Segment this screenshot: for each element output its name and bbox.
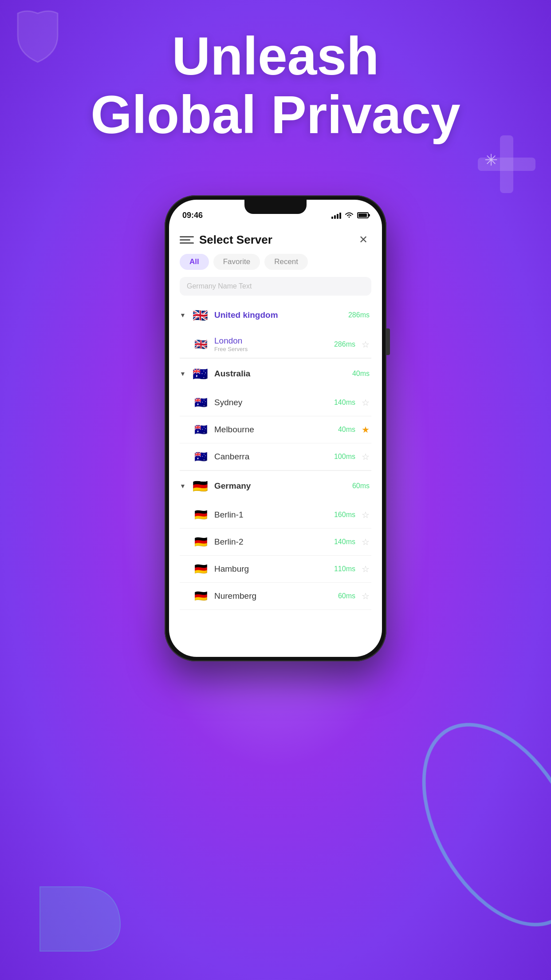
favorite-star-canberra[interactable]: ☆ <box>360 451 371 462</box>
server-latency-nuremberg: 60ms <box>338 592 355 600</box>
server-row-berlin1[interactable]: 🇩🇪 Berlin-1 160ms ☆ <box>180 502 371 529</box>
phone-side-button <box>386 328 390 355</box>
signal-bars-icon <box>331 212 341 219</box>
country-row-de[interactable]: ▼ 🇩🇪 Germany 60ms <box>180 471 371 502</box>
server-name-london: London Free Servers <box>214 336 334 352</box>
server-city-melbourne: Melbourne <box>214 425 338 435</box>
flag-berlin2: 🇩🇪 <box>193 534 209 550</box>
expand-arrow-de: ▼ <box>180 482 189 490</box>
filter-tabs: All Favorite Recent <box>180 254 371 270</box>
app-title: Select Server <box>199 233 272 247</box>
headline-line1: Unleash <box>0 27 551 85</box>
phone-mockup: 09:46 <box>165 195 386 661</box>
header-left: Select Server <box>180 233 272 247</box>
tab-favorite[interactable]: Favorite <box>213 254 260 270</box>
server-row-melbourne[interactable]: 🇦🇺 Melbourne 40ms ★ <box>180 416 371 443</box>
flag-melbourne: 🇦🇺 <box>193 422 209 438</box>
deco-bottom-shape <box>35 882 124 953</box>
server-row-london[interactable]: 🇬🇧 London Free Servers 286ms ☆ <box>180 331 371 358</box>
latency-uk: 286ms <box>348 311 370 319</box>
flag-nuremberg: 🇩🇪 <box>193 588 209 604</box>
phone-screen: 09:46 <box>169 200 382 657</box>
server-name-nuremberg: Nuremberg <box>214 591 338 601</box>
server-name-berlin2: Berlin-2 <box>214 537 334 547</box>
server-row-nuremberg[interactable]: 🇩🇪 Nuremberg 60ms ☆ <box>180 583 371 610</box>
search-placeholder: Germany Name Text <box>187 282 252 290</box>
flag-uk: 🇬🇧 <box>191 306 209 324</box>
status-icons <box>331 212 369 219</box>
country-name-uk: United kingdom <box>214 310 348 320</box>
server-name-berlin1: Berlin-1 <box>214 510 334 520</box>
country-name-de: Germany <box>214 481 352 491</box>
favorite-star-melbourne[interactable]: ★ <box>360 424 371 435</box>
server-sub-london: Free Servers <box>214 346 334 352</box>
favorite-star-nuremberg[interactable]: ☆ <box>360 590 371 602</box>
wifi-icon <box>345 212 354 219</box>
server-city-hamburg: Hamburg <box>214 564 334 574</box>
server-latency-london: 286ms <box>334 340 355 348</box>
headline: Unleash Global Privacy <box>0 27 551 144</box>
phone-body: 09:46 <box>165 195 386 661</box>
flag-canberra: 🇦🇺 <box>193 449 209 465</box>
app-content: Select Server ✕ All Favorite Recent Germ… <box>169 225 382 657</box>
search-bar[interactable]: Germany Name Text <box>180 277 371 296</box>
server-name-sydney: Sydney <box>214 398 334 407</box>
close-button[interactable]: ✕ <box>355 232 371 248</box>
flag-sydney: 🇦🇺 <box>193 395 209 411</box>
flag-berlin1: 🇩🇪 <box>193 507 209 523</box>
favorite-star-berlin1[interactable]: ☆ <box>360 509 371 521</box>
server-city-sydney: Sydney <box>214 398 334 407</box>
favorite-star-sydney[interactable]: ☆ <box>360 397 371 408</box>
app-header: Select Server ✕ <box>180 225 371 254</box>
server-list-icon <box>180 234 194 245</box>
battery-icon <box>357 212 369 218</box>
server-row-berlin2[interactable]: 🇩🇪 Berlin-2 140ms ☆ <box>180 529 371 556</box>
tab-recent[interactable]: Recent <box>264 254 308 270</box>
flag-de: 🇩🇪 <box>191 477 209 495</box>
flag-au: 🇦🇺 <box>191 365 209 383</box>
server-row-sydney[interactable]: 🇦🇺 Sydney 140ms ☆ <box>180 389 371 416</box>
favorite-star-hamburg[interactable]: ☆ <box>360 563 371 575</box>
country-name-au: Australia <box>214 369 352 379</box>
server-city-berlin2: Berlin-2 <box>214 537 334 547</box>
server-latency-hamburg: 110ms <box>334 565 355 573</box>
server-city-canberra: Canberra <box>214 452 334 462</box>
server-row-canberra[interactable]: 🇦🇺 Canberra 100ms ☆ <box>180 443 371 470</box>
server-name-hamburg: Hamburg <box>214 564 334 574</box>
latency-de: 60ms <box>352 482 370 490</box>
server-latency-berlin1: 160ms <box>334 511 355 519</box>
flag-london: 🇬🇧 <box>193 336 209 352</box>
server-latency-melbourne: 40ms <box>338 426 355 434</box>
deco-spark-icon: ✳ <box>484 151 498 170</box>
phone-notch <box>244 200 307 214</box>
server-city-nuremberg: Nuremberg <box>214 591 338 601</box>
server-list[interactable]: ▼ 🇬🇧 United kingdom 286ms 🇬🇧 London Free… <box>180 300 371 652</box>
server-latency-canberra: 100ms <box>334 453 355 461</box>
headline-line2: Global Privacy <box>0 85 551 144</box>
server-latency-berlin2: 140ms <box>334 538 355 546</box>
server-city-london: London <box>214 336 334 346</box>
country-row-uk[interactable]: ▼ 🇬🇧 United kingdom 286ms <box>180 300 371 331</box>
latency-au: 40ms <box>352 370 370 378</box>
expand-arrow-au: ▼ <box>180 370 189 377</box>
country-row-au[interactable]: ▼ 🇦🇺 Australia 40ms <box>180 359 371 389</box>
expand-arrow-uk: ▼ <box>180 312 189 319</box>
flag-hamburg: 🇩🇪 <box>193 561 209 577</box>
server-city-berlin1: Berlin-1 <box>214 510 334 520</box>
tab-all[interactable]: All <box>180 254 209 270</box>
favorite-star-london[interactable]: ☆ <box>360 339 371 350</box>
server-row-hamburg[interactable]: 🇩🇪 Hamburg 110ms ☆ <box>180 556 371 583</box>
server-latency-sydney: 140ms <box>334 399 355 407</box>
server-name-canberra: Canberra <box>214 452 334 462</box>
favorite-star-berlin2[interactable]: ☆ <box>360 536 371 548</box>
server-name-melbourne: Melbourne <box>214 425 338 435</box>
status-time: 09:46 <box>182 211 203 220</box>
